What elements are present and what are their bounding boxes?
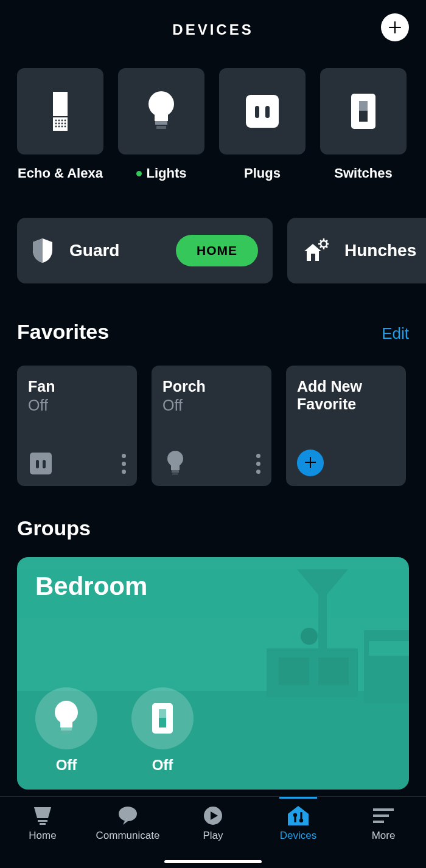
category-label: Plugs: [244, 165, 281, 181]
header: DEVICES: [0, 9, 426, 51]
guard-card[interactable]: Guard HOME: [17, 218, 273, 283]
favorite-menu-button[interactable]: [256, 454, 260, 474]
favorite-menu-button[interactable]: [122, 454, 126, 474]
svg-line-31: [326, 246, 327, 248]
group-card-bedroom[interactable]: Bedroom Off Off: [17, 557, 409, 790]
svg-rect-38: [171, 465, 180, 470]
category-label: Lights: [136, 165, 187, 181]
svg-rect-57: [40, 823, 46, 825]
svg-rect-44: [318, 658, 349, 685]
svg-rect-43: [279, 658, 309, 685]
nav-label: Devices: [280, 830, 316, 842]
category-row[interactable]: Echo & Alexa Lights Plugs: [0, 51, 426, 181]
group-light-control[interactable]: Off: [35, 687, 97, 774]
nav-communicate[interactable]: Communicate: [88, 805, 167, 842]
svg-rect-19: [255, 106, 259, 118]
svg-point-2: [55, 120, 57, 122]
favorite-name: Fan: [28, 378, 126, 395]
nav-devices[interactable]: Devices: [259, 805, 338, 842]
svg-rect-17: [156, 126, 166, 129]
add-device-button[interactable]: [381, 13, 409, 41]
favorite-state: Off: [162, 397, 260, 414]
bottom-nav: Home Communicate Play Devices More: [0, 796, 426, 868]
svg-rect-18: [246, 95, 279, 128]
svg-rect-20: [265, 106, 270, 118]
favorite-card-fan[interactable]: Fan Off: [17, 366, 137, 486]
hunches-label: Hunches: [344, 241, 416, 260]
svg-rect-15: [155, 113, 168, 121]
category-more-peek[interactable]: [421, 68, 426, 181]
svg-point-11: [58, 126, 60, 128]
svg-point-37: [167, 451, 183, 467]
svg-rect-34: [30, 453, 52, 474]
category-switches[interactable]: Switches: [320, 68, 407, 181]
add-favorite-label2: Favorite: [297, 395, 395, 413]
svg-rect-63: [300, 812, 302, 821]
svg-point-8: [61, 123, 63, 125]
hunches-card[interactable]: Hunches: [287, 218, 426, 283]
svg-point-58: [119, 807, 137, 821]
bulb-icon: [162, 451, 188, 476]
shield-icon: [32, 238, 54, 263]
svg-rect-50: [60, 720, 72, 727]
svg-point-4: [61, 120, 63, 122]
category-lights[interactable]: Lights: [118, 68, 204, 181]
svg-rect-66: [373, 821, 384, 823]
favorites-header: Favorites Edit: [0, 283, 426, 344]
svg-point-25: [321, 241, 327, 247]
plus-icon: [387, 19, 403, 35]
category-plugs[interactable]: Plugs: [219, 68, 306, 181]
svg-rect-51: [61, 727, 72, 731]
switch-icon: [151, 702, 174, 735]
svg-point-7: [58, 123, 60, 125]
group-switch-control[interactable]: Off: [131, 687, 194, 774]
category-echo[interactable]: Echo & Alexa: [17, 68, 103, 181]
svg-rect-24: [311, 254, 315, 261]
devices-screen: DEVICES Echo & Alexa: [0, 0, 426, 868]
groups-title: Groups: [17, 516, 91, 540]
guard-status-pill[interactable]: HOME: [176, 235, 258, 266]
home-indicator: [164, 860, 262, 863]
svg-rect-61: [294, 815, 296, 822]
favorite-name: Porch: [162, 378, 260, 395]
control-state: Off: [152, 757, 173, 774]
speech-bubble-icon: [117, 805, 139, 826]
favorites-row: Fan Off Porch Off: [0, 344, 426, 486]
add-favorite-card[interactable]: Add New Favorite: [286, 366, 406, 486]
svg-line-32: [326, 240, 327, 241]
svg-rect-16: [155, 121, 167, 125]
favorite-state: Off: [28, 397, 126, 414]
nav-label: Communicate: [96, 830, 160, 842]
status-cards-row[interactable]: Guard HOME Hunches: [0, 181, 426, 283]
home-icon: [32, 805, 54, 826]
nav-more[interactable]: More: [344, 805, 423, 842]
category-label: Switches: [334, 165, 392, 181]
svg-rect-39: [172, 470, 179, 473]
group-controls: Off Off: [35, 687, 194, 774]
guard-label: Guard: [69, 241, 119, 260]
nav-label: More: [372, 830, 396, 842]
favorite-card-porch[interactable]: Porch Off: [152, 366, 271, 486]
plug-icon: [245, 94, 280, 129]
svg-point-5: [65, 120, 66, 122]
bulb-icon: [52, 700, 80, 737]
svg-rect-65: [373, 814, 389, 817]
page-title: DEVICES: [172, 21, 253, 38]
svg-rect-55: [159, 709, 166, 718]
svg-rect-0: [53, 92, 68, 116]
play-icon: [203, 805, 223, 826]
groups-header: Groups: [0, 486, 426, 540]
nav-label: Home: [29, 830, 56, 842]
svg-rect-40: [172, 473, 178, 475]
svg-point-9: [65, 123, 66, 125]
favorites-edit-button[interactable]: Edit: [382, 324, 409, 343]
nav-label: Play: [203, 830, 223, 842]
switch-icon: [350, 92, 377, 130]
nav-home[interactable]: Home: [3, 805, 82, 842]
svg-line-33: [320, 246, 321, 248]
svg-rect-56: [38, 820, 47, 822]
devices-icon: [287, 805, 310, 826]
svg-rect-52: [62, 731, 71, 734]
nav-play[interactable]: Play: [173, 805, 253, 842]
bulb-icon: [146, 91, 176, 132]
